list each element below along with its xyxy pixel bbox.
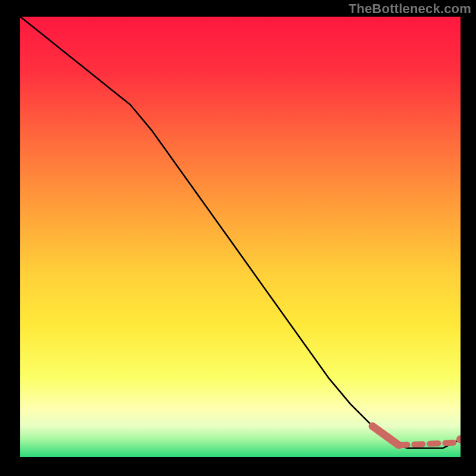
plot-area [20,17,461,457]
gradient-background [20,17,461,457]
chart-frame: TheBottleneck.com [0,0,476,476]
watermark-text: TheBottleneck.com [349,1,471,17]
plot-svg [20,17,461,457]
